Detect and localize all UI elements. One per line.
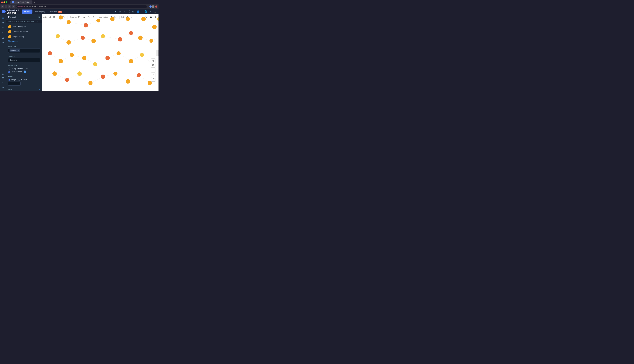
zoom-out-button[interactable]: −: [151, 72, 156, 77]
node[interactable]: [101, 34, 105, 38]
browser-tab[interactable]: NebulaGraph Explorer: [10, 0, 32, 4]
forward-button[interactable]: ›: [5, 5, 7, 8]
node[interactable]: [140, 53, 144, 57]
node[interactable]: [141, 17, 146, 21]
nav-icon-4[interactable]: ⛶: [127, 10, 130, 14]
back-button[interactable]: ‹: [1, 5, 4, 8]
logo-line1: NebulaGraph: [6, 9, 19, 12]
address-bar[interactable]: Not Secure 192.168.8.131:7002/explorer: [16, 5, 147, 8]
node[interactable]: [118, 37, 122, 42]
nav-icon-2[interactable]: ⊞: [118, 10, 121, 14]
nav-item-workflow[interactable]: Workflow Beta: [48, 10, 64, 14]
sidebar-icon-path[interactable]: [1, 30, 5, 35]
node[interactable]: [81, 36, 85, 40]
node[interactable]: [129, 31, 133, 35]
traffic-light-yellow[interactable]: [4, 2, 5, 3]
node[interactable]: [126, 17, 130, 21]
node[interactable]: [70, 53, 74, 57]
direction-select[interactable]: Outgoing ▾: [8, 58, 40, 62]
sidebar-icon-settings[interactable]: [1, 85, 5, 90]
direction-label: Direction: [8, 55, 40, 57]
sidebar-icon-link[interactable]: [1, 26, 5, 30]
browser-tab-bar: NebulaGraph Explorer +: [0, 0, 158, 4]
zoom-in-button[interactable]: +: [151, 68, 156, 72]
edge-type-input[interactable]: belongto ✕: [8, 48, 40, 53]
node[interactable]: [92, 39, 96, 43]
extension-icon-1[interactable]: [150, 6, 152, 8]
node[interactable]: [96, 19, 100, 22]
sidebar-icon-algo[interactable]: [1, 36, 5, 40]
nav-icon-phone[interactable]: 📞: [153, 10, 157, 14]
node[interactable]: [65, 78, 69, 82]
node[interactable]: [59, 59, 63, 63]
node[interactable]: [138, 36, 142, 40]
vertex-item-1: Youssef En-Nesyri: [6, 29, 42, 34]
steps-section: Steps Single Range: [6, 74, 42, 87]
node[interactable]: [48, 51, 52, 55]
node[interactable]: [106, 56, 110, 60]
app: N NebulaGraph Explorer Explorer Visual Q…: [0, 9, 158, 91]
sidebar-icon-expand[interactable]: [1, 16, 5, 20]
node[interactable]: [114, 72, 118, 76]
custom-style-icon[interactable]: ↻: [24, 70, 26, 73]
graph-layout-button[interactable]: [151, 58, 156, 63]
node[interactable]: [82, 56, 86, 60]
node[interactable]: [66, 20, 71, 24]
radio-range[interactable]: Range: [18, 78, 26, 81]
sidebar-icon-filter[interactable]: [1, 20, 5, 25]
sidebar-icon-info[interactable]: i: [1, 81, 5, 85]
zoom-reset-button[interactable]: [151, 77, 156, 82]
nav-icon-help[interactable]: ?: [149, 10, 152, 14]
node[interactable]: [110, 17, 114, 21]
node[interactable]: [56, 34, 60, 38]
nav-icon-3[interactable]: ⬇: [122, 10, 126, 14]
node[interactable]: [137, 73, 141, 77]
svg-line-34: [69, 22, 86, 25]
refresh-button[interactable]: ↻: [8, 5, 11, 8]
node[interactable]: [129, 59, 133, 63]
panel-close-button[interactable]: ✕: [38, 16, 40, 18]
panel-collapse-button[interactable]: ‹: [156, 50, 158, 56]
panel-title: Expand: [8, 16, 16, 18]
node[interactable]: [150, 39, 153, 43]
sidebar-icon-history[interactable]: [1, 72, 5, 76]
edge-tag-remove[interactable]: ✕: [18, 50, 19, 52]
new-tab-button[interactable]: +: [33, 0, 36, 4]
home-button[interactable]: ⌂: [12, 5, 15, 8]
node[interactable]: [116, 51, 120, 55]
nav-icon-globe[interactable]: 🌐: [144, 10, 148, 14]
svg-point-3: [2, 27, 3, 28]
node[interactable]: [59, 16, 63, 20]
nav-icon-6[interactable]: 👤: [136, 10, 140, 14]
nav-item-visual-query[interactable]: Visual Query: [33, 10, 47, 14]
filter-add-button[interactable]: +: [39, 88, 40, 91]
radio-label-group-tag: Group by vertex tag: [11, 67, 28, 70]
nav-item-explorer[interactable]: Explorer: [22, 10, 32, 14]
nav-icon-1[interactable]: ⬇: [114, 10, 117, 14]
traffic-light-green[interactable]: [6, 2, 7, 3]
steps-input[interactable]: [8, 82, 20, 86]
node[interactable]: [101, 74, 105, 79]
node[interactable]: [78, 72, 82, 76]
radio-group-by-tag[interactable]: Group by vertex tag: [8, 67, 40, 70]
fit-screen-button[interactable]: [151, 63, 156, 68]
sidebar-icon-table[interactable]: [1, 76, 5, 80]
extension-icon-2[interactable]: [152, 6, 154, 8]
extension-icon-3[interactable]: [155, 6, 157, 8]
show-more-button[interactable]: Show more: [6, 39, 42, 43]
node[interactable]: [52, 72, 57, 76]
sidebar-icon-graph[interactable]: [1, 40, 5, 45]
radio-single[interactable]: Single: [8, 78, 16, 81]
node[interactable]: [66, 40, 71, 44]
radio-custom-style[interactable]: Custom Style ↻: [8, 70, 40, 73]
node[interactable]: [93, 62, 97, 66]
node[interactable]: [84, 23, 88, 28]
node[interactable]: [152, 25, 157, 29]
node[interactable]: [157, 17, 158, 21]
nav-icon-5[interactable]: ⊟: [132, 10, 135, 14]
node[interactable]: [88, 81, 92, 85]
traffic-light-red[interactable]: [1, 2, 3, 3]
node[interactable]: [126, 79, 130, 84]
nav-sep: [142, 10, 142, 13]
main-content: i Expand ✕ The number of selected vertic…: [0, 14, 158, 91]
